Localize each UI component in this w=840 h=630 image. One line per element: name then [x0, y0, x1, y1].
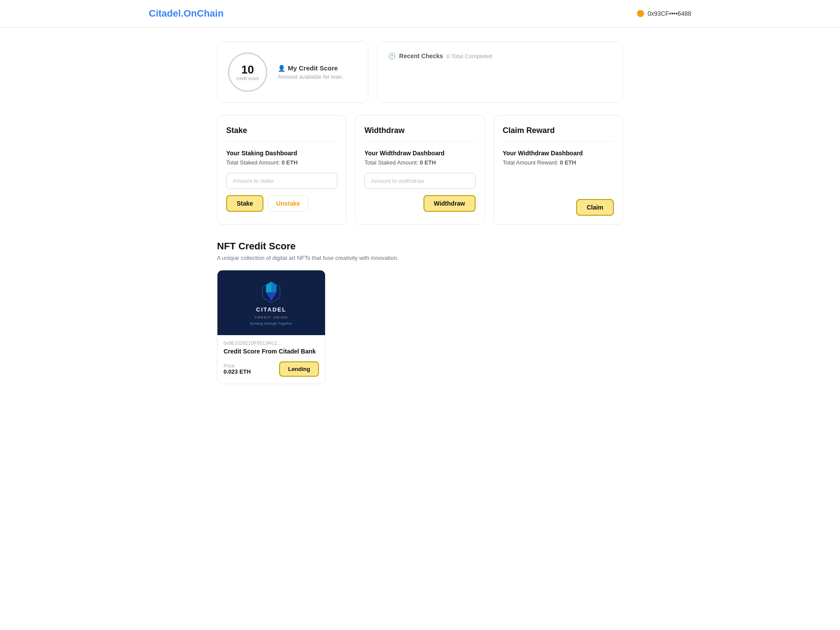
wallet-badge[interactable]: 0x93CF••••6488	[637, 10, 691, 17]
nft-name: Credit Score From Citadel Bank	[224, 347, 319, 355]
score-label: credit score	[236, 76, 259, 81]
clock-icon: 🕐	[388, 52, 396, 60]
withdraw-staked-amount: Total Staked Amount: 0 ETH	[364, 159, 476, 166]
nft-org-sub: CREDIT UNION	[255, 315, 288, 319]
score-number: 10	[242, 64, 254, 75]
withdraw-section-title: Widthdraw	[364, 126, 476, 142]
lending-button[interactable]: Lending	[279, 361, 319, 377]
citadel-hex-logo	[260, 281, 283, 304]
withdraw-staked-value: 0 ETH	[420, 159, 436, 166]
claim-section-title: Claim Reward	[503, 126, 614, 142]
withdraw-amount-input[interactable]	[364, 173, 476, 189]
stake-amount-input[interactable]	[226, 173, 337, 189]
claim-reward-label: Total Amount Reward:	[503, 159, 558, 166]
recent-checks-header: 🕐 Recent Checks 0 Total Completed	[388, 52, 612, 60]
nft-section-subtitle: A unique collection of digital art NFTs …	[217, 255, 623, 261]
svg-marker-3	[266, 292, 276, 301]
staking-cards-row: Stake Your Staking Dashboard Total Stake…	[217, 115, 623, 225]
withdraw-staked-label: Total Staked Amount:	[364, 159, 418, 166]
nft-address: 0x9E102921DF5513f412...	[224, 340, 319, 346]
main-content: 10 credit score 👤 My Credit Score Amount…	[210, 28, 630, 398]
stake-section-title: Stake	[226, 126, 337, 142]
credit-title: 👤 My Credit Score	[278, 64, 343, 72]
claim-card: Claim Reward Your Widthdraw Dashboard To…	[494, 115, 623, 225]
nft-image-container: CITADEL CREDIT UNION Building Strength T…	[217, 270, 325, 335]
stake-button[interactable]: Stake	[226, 195, 263, 212]
nft-price-value: 0.023 ETH	[224, 368, 251, 375]
stake-card: Stake Your Staking Dashboard Total Stake…	[217, 115, 346, 225]
top-cards-row: 10 credit score 👤 My Credit Score Amount…	[217, 42, 623, 103]
nft-org-name: CITADEL	[256, 306, 286, 313]
nft-card: CITADEL CREDIT UNION Building Strength T…	[217, 270, 326, 384]
person-icon: 👤	[278, 65, 285, 72]
stake-staked-label: Total Staked Amount:	[226, 159, 280, 166]
logo-text: Citadel.	[149, 8, 183, 19]
stake-dashboard-title: Your Staking Dashboard	[226, 150, 337, 157]
withdraw-button[interactable]: Widthdraw	[424, 195, 476, 212]
nft-logo-area: CITADEL CREDIT UNION Building Strength T…	[250, 281, 292, 325]
wallet-status-dot	[637, 10, 644, 17]
withdraw-card: Widthdraw Your Widthdraw Dashboard Total…	[355, 115, 485, 225]
stake-btn-row: Stake Unstake	[226, 195, 337, 212]
stake-staked-amount: Total Staked Amount: 0 ETH	[226, 159, 337, 166]
unstake-button[interactable]: Unstake	[268, 195, 308, 212]
logo: Citadel.OnChain	[149, 8, 224, 19]
claim-dashboard-title: Your Widthdraw Dashboard	[503, 150, 614, 157]
logo-highlight: OnChain	[183, 8, 224, 19]
withdraw-dashboard-title: Your Widthdraw Dashboard	[364, 150, 476, 157]
nft-section-title: NFT Credit Score	[217, 241, 623, 252]
nft-org-tagline: Building Strength Together	[250, 322, 292, 325]
claim-reward-amount: Total Amount Reward: 0 ETH	[503, 159, 614, 166]
header: Citadel.OnChain 0x93CF••••6488	[0, 0, 840, 28]
recent-checks-count: 0 Total Completed	[447, 53, 493, 60]
wallet-address: 0x93CF••••6488	[648, 10, 691, 17]
recent-checks-card: 🕐 Recent Checks 0 Total Completed	[377, 42, 623, 103]
claim-button[interactable]: Claim	[576, 199, 614, 216]
claim-reward-value: 0 ETH	[560, 159, 576, 166]
credit-subtitle: Amount available for loan.	[278, 74, 343, 80]
score-circle: 10 credit score	[228, 52, 267, 92]
nft-price-label: Price	[224, 363, 251, 368]
credit-title-text: My Credit Score	[288, 64, 338, 72]
nft-footer: Price 0.023 ETH Lending	[224, 361, 319, 377]
credit-score-card: 10 credit score 👤 My Credit Score Amount…	[217, 42, 368, 103]
claim-btn-row: Claim	[503, 199, 614, 216]
withdraw-btn-row: Widthdraw	[364, 195, 476, 212]
nft-price-block: Price 0.023 ETH	[224, 363, 251, 375]
credit-info: 👤 My Credit Score Amount available for l…	[278, 64, 343, 80]
nft-grid: CITADEL CREDIT UNION Building Strength T…	[217, 270, 623, 384]
stake-staked-value: 0 ETH	[281, 159, 298, 166]
recent-checks-title: Recent Checks	[399, 52, 443, 60]
nft-section: NFT Credit Score A unique collection of …	[217, 241, 623, 384]
nft-card-body: 0x9E102921DF5513f412... Credit Score Fro…	[217, 335, 325, 384]
